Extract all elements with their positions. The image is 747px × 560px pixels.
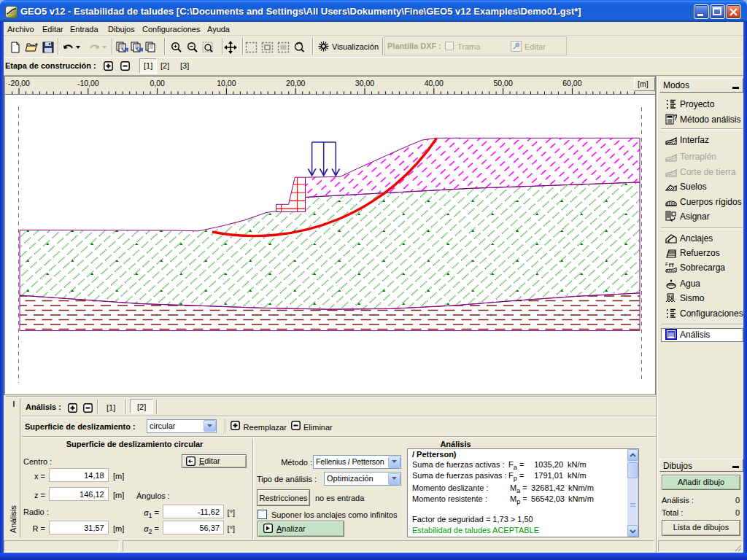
svg-text:10,00: 10,00 (217, 79, 236, 88)
svg-text:30,00: 30,00 (355, 79, 374, 88)
svg-text:60,00: 60,00 (562, 79, 581, 88)
svg-text:-20,00: -20,00 (8, 79, 30, 88)
svg-text:40,00: 40,00 (425, 79, 444, 88)
svg-text:-10,00: -10,00 (77, 79, 99, 88)
svg-text:?: ? (673, 114, 677, 122)
svg-text:20,00: 20,00 (286, 79, 305, 88)
svg-text:F: F (665, 262, 668, 267)
svg-text:50,00: 50,00 (493, 79, 512, 88)
svg-text:0,00: 0,00 (150, 79, 165, 88)
